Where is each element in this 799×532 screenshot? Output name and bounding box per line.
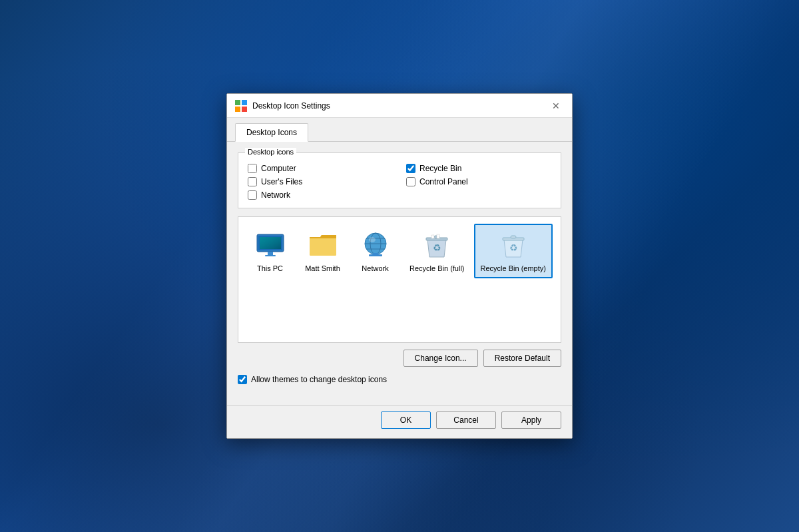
svg-text:♻: ♻ (509, 242, 517, 253)
svg-rect-0 (235, 100, 240, 105)
icon-matt-smith-label: Matt Smith (305, 264, 340, 273)
svg-rect-17 (373, 253, 378, 256)
cancel-button[interactable]: Cancel (436, 411, 496, 429)
checkbox-control-panel-label: Control Panel (419, 177, 468, 186)
checkbox-network-label: Network (261, 190, 290, 200)
checkbox-recycle-bin-input[interactable] (406, 164, 415, 173)
matt-smith-icon (307, 229, 339, 261)
icon-this-pc-label: This PC (257, 264, 283, 273)
svg-rect-3 (242, 107, 247, 112)
checkbox-users-files[interactable]: User's Files (248, 177, 393, 186)
checkboxes-grid: Computer Recycle Bin User's Files Contro… (248, 164, 551, 200)
themes-checkbox-label: Allow themes to change desktop icons (251, 375, 387, 384)
checkbox-network[interactable]: Network (248, 190, 393, 200)
svg-rect-24 (511, 236, 516, 238)
svg-rect-21 (431, 235, 435, 239)
checkbox-users-files-input[interactable] (248, 177, 257, 186)
themes-checkbox-input[interactable] (238, 375, 247, 384)
recycle-bin-empty-icon: ♻ (497, 229, 529, 261)
bottom-buttons: OK Cancel Apply (227, 405, 572, 438)
tab-bar: Desktop Icons (227, 118, 572, 142)
change-icon-button[interactable]: Change Icon... (403, 350, 478, 367)
title-bar: Desktop Icon Settings ✕ (227, 94, 572, 118)
desktop-icons-group: Desktop icons Computer Recycle Bin User'… (238, 152, 561, 208)
icon-network-label: Network (362, 264, 388, 273)
icon-this-pc[interactable]: This PC (245, 224, 295, 278)
themes-checkbox[interactable]: Allow themes to change desktop icons (238, 375, 561, 384)
checkbox-users-files-label: User's Files (261, 177, 302, 186)
checkbox-computer-input[interactable] (248, 164, 257, 173)
svg-rect-22 (437, 234, 439, 238)
svg-rect-9 (265, 255, 276, 256)
checkbox-computer[interactable]: Computer (248, 164, 393, 173)
ok-button[interactable]: OK (381, 411, 431, 429)
svg-rect-2 (235, 107, 240, 112)
icon-recycle-full[interactable]: ♻ Recycle Bin (full) (403, 224, 471, 278)
recycle-bin-full-icon: ♻ (421, 229, 453, 261)
dialog-title: Desktop Icon Settings (252, 101, 548, 111)
svg-rect-8 (268, 252, 273, 255)
svg-rect-7 (260, 237, 281, 249)
this-pc-icon (254, 229, 286, 261)
checkbox-network-input[interactable] (248, 190, 257, 200)
restore-default-button[interactable]: Restore Default (483, 350, 561, 367)
icon-picker: This PC Matt Smith (238, 216, 561, 343)
checkbox-control-panel-input[interactable] (406, 177, 415, 186)
checkbox-recycle-bin[interactable]: Recycle Bin (406, 164, 551, 173)
desktop-icon-settings-dialog: Desktop Icon Settings ✕ Desktop Icons De… (226, 93, 573, 439)
icon-recycle-empty[interactable]: ♻ Recycle Bin (empty) (474, 224, 553, 278)
icon-matt-smith[interactable]: Matt Smith (298, 224, 348, 278)
icon-action-buttons: Change Icon... Restore Default (238, 350, 561, 367)
dialog-content: Desktop icons Computer Recycle Bin User'… (227, 142, 572, 405)
icon-recycle-full-label: Recycle Bin (full) (409, 264, 465, 273)
checkbox-control-panel[interactable]: Control Panel (406, 177, 551, 186)
tab-desktop-icons[interactable]: Desktop Icons (235, 123, 308, 142)
icon-network[interactable]: Network (350, 224, 400, 278)
settings-icon (235, 100, 247, 112)
svg-point-15 (369, 237, 376, 242)
icon-recycle-empty-label: Recycle Bin (empty) (481, 264, 546, 273)
svg-text:♻: ♻ (433, 242, 441, 253)
close-button[interactable]: ✕ (548, 98, 564, 114)
group-box-label: Desktop icons (245, 148, 296, 156)
checkbox-computer-label: Computer (261, 164, 296, 173)
svg-rect-1 (242, 100, 247, 105)
checkbox-recycle-bin-label: Recycle Bin (419, 164, 461, 173)
network-icon (360, 229, 392, 261)
apply-button[interactable]: Apply (501, 411, 561, 429)
